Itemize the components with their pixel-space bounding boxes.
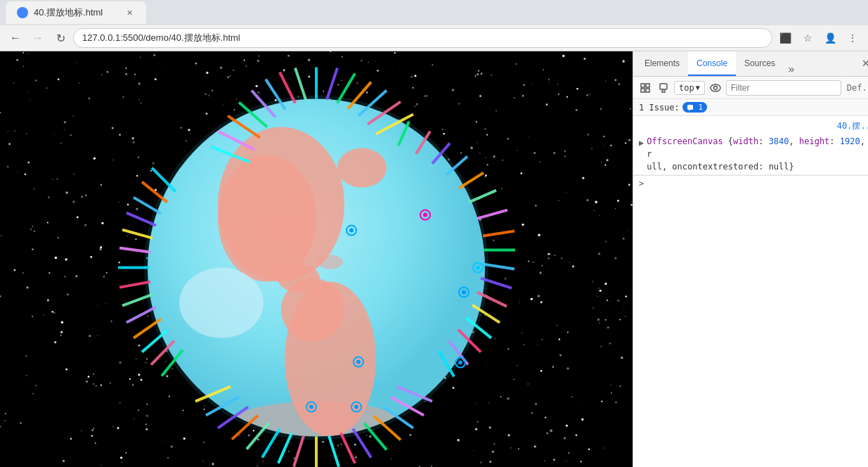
tab-close-button[interactable]: ✕: [124, 7, 135, 18]
console-source-link[interactable]: 40.摆...: [633, 119, 868, 134]
devtools-close-button[interactable]: ✕: [853, 51, 868, 76]
svg-point-3: [337, 148, 387, 187]
eye-button[interactable]: [708, 80, 723, 96]
svg-point-83: [462, 290, 466, 294]
svg-point-81: [349, 228, 354, 232]
svg-point-9: [318, 255, 343, 269]
chat-icon: [687, 104, 694, 111]
svg-line-25: [483, 231, 514, 236]
svg-rect-90: [641, 89, 644, 92]
console-link-text: 40.摆...: [837, 120, 868, 132]
console-output: 40.摆... ▶ OffscreenCanvas {width: 3840, …: [633, 116, 868, 467]
address-bar-row: ← → ↻ ⬛ ☆ 👤 ⋮: [0, 25, 868, 51]
svg-point-95: [711, 84, 720, 91]
svg-rect-92: [660, 84, 667, 89]
devtools-tabs: Elements Console Sources » ✕: [633, 51, 868, 77]
svg-rect-88: [641, 84, 644, 87]
menu-button[interactable]: ⋮: [843, 28, 862, 48]
svg-point-84: [356, 359, 361, 364]
svg-line-52: [278, 433, 292, 463]
svg-point-80: [423, 212, 427, 217]
svg-point-85: [458, 360, 462, 364]
svg-marker-98: [689, 110, 690, 111]
forward-button[interactable]: →: [28, 28, 48, 48]
devtools-toolbar: top ▼ Def...: [633, 77, 868, 99]
console-entry-1: ▶ OffscreenCanvas {width: 3840, height: …: [633, 134, 868, 175]
tab-title: 40.摆放地标.html: [34, 6, 103, 19]
svg-point-8: [179, 267, 264, 338]
inspect-button[interactable]: [637, 80, 653, 96]
issues-badge: 1: [682, 102, 707, 113]
svg-rect-91: [646, 89, 649, 92]
context-selector[interactable]: top ▼: [674, 81, 705, 95]
tab-favicon: [17, 7, 28, 18]
address-input[interactable]: [73, 28, 772, 48]
svg-line-43: [329, 435, 339, 466]
back-button[interactable]: ←: [6, 28, 25, 48]
globe-svg: [112, 63, 520, 467]
expand-icon[interactable]: ▶: [639, 136, 644, 149]
console-filter-input[interactable]: [726, 80, 841, 96]
eye-icon: [710, 84, 721, 92]
context-dropdown-icon: ▼: [696, 84, 700, 91]
svg-point-82: [476, 265, 480, 269]
console-prompt[interactable]: >: [633, 175, 868, 191]
issues-label: 1 Issue:: [639, 103, 680, 113]
bookmark-button[interactable]: ☆: [798, 28, 817, 48]
reload-button[interactable]: ↻: [51, 28, 70, 48]
toolbar-icons: ⬛ ☆ 👤 ⋮: [775, 28, 862, 48]
svg-point-96: [713, 86, 717, 89]
devtools-panel: Elements Console Sources » ✕ top ▼ Def..…: [633, 51, 868, 467]
svg-rect-97: [687, 105, 693, 110]
entry-class: OffscreenCanvas: [647, 136, 723, 146]
more-tabs-button[interactable]: »: [784, 63, 799, 76]
svg-point-2: [218, 155, 316, 281]
web-content: [0, 51, 633, 467]
svg-line-44: [341, 433, 355, 463]
tab-sources[interactable]: Sources: [736, 51, 784, 76]
tab-elements[interactable]: Elements: [636, 51, 688, 76]
context-label: top: [679, 83, 694, 93]
svg-point-86: [309, 404, 313, 409]
globe-container: [112, 63, 520, 467]
tab-console[interactable]: Console: [688, 51, 736, 76]
default-levels-label: Def...: [847, 83, 868, 93]
svg-line-51: [294, 435, 304, 466]
svg-line-11: [327, 68, 337, 99]
issues-count: 1: [698, 103, 703, 112]
tab-bar: 40.摆放地标.html ✕: [0, 0, 868, 25]
entry-text2: ull, oncontextrestored: null}: [647, 162, 794, 172]
svg-line-35: [477, 210, 507, 218]
console-prompt-symbol: >: [639, 179, 644, 188]
svg-rect-89: [646, 84, 649, 87]
main-area: Elements Console Sources » ✕ top ▼ Def..…: [0, 51, 868, 467]
svg-point-87: [354, 404, 358, 409]
svg-point-6: [281, 278, 344, 341]
svg-line-17: [295, 68, 306, 99]
device-icon: [659, 83, 668, 93]
console-entry-text: OffscreenCanvas {width: 3840, height: 19…: [647, 135, 868, 173]
inspect-icon: [640, 83, 650, 93]
profile-button[interactable]: 👤: [820, 28, 840, 48]
active-tab[interactable]: 40.摆放地标.html ✕: [6, 1, 146, 24]
issues-bar: 1 Issue: 1: [633, 99, 868, 116]
device-toggle-button[interactable]: [656, 80, 671, 96]
extensions-button[interactable]: ⬛: [775, 28, 795, 48]
